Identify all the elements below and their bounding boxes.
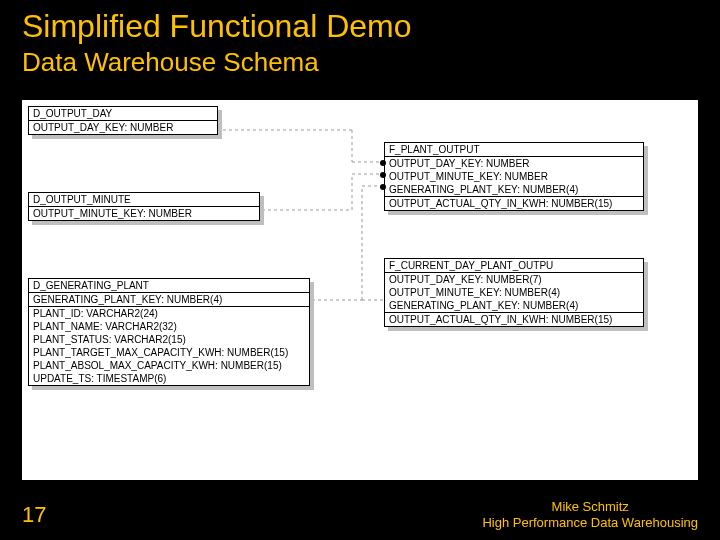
table-name: D_GENERATING_PLANT	[29, 279, 309, 293]
credit-subtitle: High Performance Data Warehousing	[482, 515, 698, 531]
connector-dot-icon	[380, 172, 386, 178]
table-column: PLANT_ID: VARCHAR2(24)	[29, 306, 309, 320]
table-column: PLANT_NAME: VARCHAR2(32)	[29, 320, 309, 333]
table-column: OUTPUT_MINUTE_KEY: NUMBER	[29, 207, 259, 220]
schema-diagram: D_OUTPUT_DAY OUTPUT_DAY_KEY: NUMBER D_OU…	[22, 100, 698, 480]
connector-dot-icon	[380, 160, 386, 166]
table-column: PLANT_STATUS: VARCHAR2(15)	[29, 333, 309, 346]
table-column: OUTPUT_MINUTE_KEY: NUMBER	[385, 170, 643, 183]
table-column: GENERATING_PLANT_KEY: NUMBER(4)	[385, 183, 643, 196]
table-column: UPDATE_TS: TIMESTAMP(6)	[29, 372, 309, 385]
table-column: OUTPUT_DAY_KEY: NUMBER	[29, 121, 217, 134]
table-f-plant-output: F_PLANT_OUTPUT OUTPUT_DAY_KEY: NUMBER OU…	[384, 142, 644, 211]
table-name: F_CURRENT_DAY_PLANT_OUTPU	[385, 259, 643, 273]
table-column: GENERATING_PLANT_KEY: NUMBER(4)	[29, 293, 309, 306]
page-number: 17	[22, 502, 46, 528]
table-column: PLANT_ABSOL_MAX_CAPACITY_KWH: NUMBER(15)	[29, 359, 309, 372]
table-column: OUTPUT_DAY_KEY: NUMBER	[385, 157, 643, 170]
table-column: OUTPUT_ACTUAL_QTY_IN_KWH: NUMBER(15)	[385, 196, 643, 210]
table-name: F_PLANT_OUTPUT	[385, 143, 643, 157]
connector-dot-icon	[380, 184, 386, 190]
table-column: GENERATING_PLANT_KEY: NUMBER(4)	[385, 299, 643, 312]
slide-subtitle: Data Warehouse Schema	[0, 47, 720, 88]
credit-name: Mike Schmitz	[482, 499, 698, 515]
table-d-output-day: D_OUTPUT_DAY OUTPUT_DAY_KEY: NUMBER	[28, 106, 218, 135]
table-column: OUTPUT_MINUTE_KEY: NUMBER(4)	[385, 286, 643, 299]
table-column: OUTPUT_ACTUAL_QTY_IN_KWH: NUMBER(15)	[385, 312, 643, 326]
table-column: PLANT_TARGET_MAX_CAPACITY_KWH: NUMBER(15…	[29, 346, 309, 359]
table-name: D_OUTPUT_MINUTE	[29, 193, 259, 207]
table-name: D_OUTPUT_DAY	[29, 107, 217, 121]
slide-footer: 17 Mike Schmitz High Performance Data Wa…	[0, 496, 720, 540]
table-f-current-day-plant-output: F_CURRENT_DAY_PLANT_OUTPU OUTPUT_DAY_KEY…	[384, 258, 644, 327]
table-column: OUTPUT_DAY_KEY: NUMBER(7)	[385, 273, 643, 286]
slide-title: Simplified Functional Demo	[0, 0, 720, 47]
credit-block: Mike Schmitz High Performance Data Wareh…	[482, 499, 698, 530]
table-d-generating-plant: D_GENERATING_PLANT GENERATING_PLANT_KEY:…	[28, 278, 310, 386]
table-d-output-minute: D_OUTPUT_MINUTE OUTPUT_MINUTE_KEY: NUMBE…	[28, 192, 260, 221]
